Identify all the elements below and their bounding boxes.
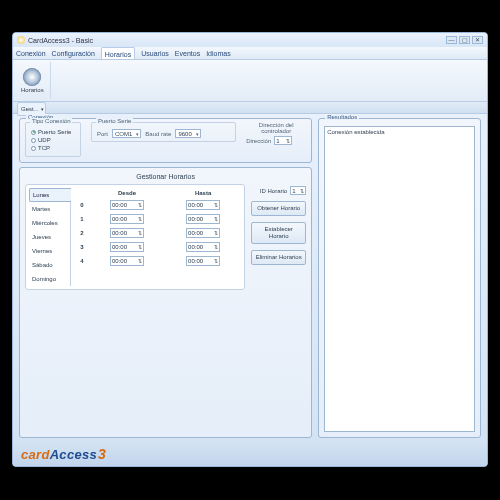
ribbon-horarios[interactable]: Horarios — [15, 62, 51, 99]
toolbar: Gest... — [13, 102, 487, 114]
controller-address: Dirección del controlador Dirección 1 — [246, 122, 306, 145]
minimize-button[interactable]: — — [446, 36, 457, 44]
day-sabado[interactable]: Sábado — [29, 258, 71, 272]
titlebar: CardAccess3 - Basic — ▢ ✕ — [13, 33, 487, 47]
id-input[interactable]: 1 — [290, 186, 306, 195]
to-4[interactable]: 00:00 — [186, 256, 220, 266]
port-label: Port — [97, 131, 108, 137]
time-row-1: 100:0000:00 — [75, 212, 241, 226]
to-3[interactable]: 00:00 — [186, 242, 220, 252]
menu-eventos[interactable]: Eventos — [175, 47, 200, 59]
content: Conexión Tipo Conexión Puerto Serie UDP … — [13, 114, 487, 442]
set-schedule-button[interactable]: Establecer Horario — [251, 222, 306, 244]
left-column: Conexión Tipo Conexión Puerto Serie UDP … — [19, 118, 312, 438]
port-combo[interactable]: COM1 — [112, 129, 141, 138]
radio-tcp[interactable]: TCP — [31, 145, 75, 151]
from-4[interactable]: 00:00 — [110, 256, 144, 266]
id-label: ID Horario — [260, 188, 287, 194]
menu-configuracion[interactable]: Configuración — [52, 47, 95, 59]
to-1[interactable]: 00:00 — [186, 214, 220, 224]
day-lunes[interactable]: Lunes — [29, 188, 71, 202]
app-icon — [17, 36, 25, 44]
controller-label: Dirección del controlador — [246, 122, 306, 134]
day-martes[interactable]: Martes — [29, 202, 71, 216]
time-row-2: 200:0000:00 — [75, 226, 241, 240]
time-row-4: 400:0000:00 — [75, 254, 241, 268]
time-grid: DesdeHasta 000:0000:00 100:0000:00 200:0… — [75, 188, 241, 286]
right-column: Resultados Conexión establecida — [318, 118, 481, 438]
get-schedule-button[interactable]: Obtener Horario — [251, 201, 306, 216]
brand-bar: cardAccess3 — [13, 442, 487, 466]
conn-type-label: Tipo Conexión — [30, 118, 72, 124]
from-1[interactable]: 00:00 — [110, 214, 144, 224]
time-row-0: 000:0000:00 — [75, 198, 241, 212]
app-window: CardAccess3 - Basic — ▢ ✕ Conexión Confi… — [12, 32, 488, 467]
day-jueves[interactable]: Jueves — [29, 230, 71, 244]
col-desde: Desde — [89, 190, 165, 196]
day-domingo[interactable]: Domingo — [29, 272, 71, 286]
clock-icon — [23, 68, 41, 86]
menu-idiomas[interactable]: Idiomas — [206, 47, 231, 59]
menu-horarios[interactable]: Horarios — [101, 47, 135, 59]
day-tabs: Lunes Martes Miércoles Jueves Viernes Sá… — [29, 188, 71, 286]
maximize-button[interactable]: ▢ — [459, 36, 470, 44]
serial-fieldset: Puerto Serie Port COM1 Baud rate 9600 — [91, 122, 236, 142]
baud-label: Baud rate — [145, 131, 171, 137]
radio-udp[interactable]: UDP — [31, 137, 75, 143]
menu-conexion[interactable]: Conexión — [16, 47, 46, 59]
window-title: CardAccess3 - Basic — [28, 37, 444, 44]
ribbon-label: Horarios — [21, 87, 44, 93]
to-0[interactable]: 00:00 — [186, 200, 220, 210]
results-label: Resultados — [325, 114, 359, 120]
day-miercoles[interactable]: Miércoles — [29, 216, 71, 230]
from-0[interactable]: 00:00 — [110, 200, 144, 210]
schedule-panel: Lunes Martes Miércoles Jueves Viernes Sá… — [25, 184, 245, 290]
connection-group: Conexión Tipo Conexión Puerto Serie UDP … — [19, 118, 312, 163]
ribbon: Horarios — [13, 60, 487, 102]
col-hasta: Hasta — [165, 190, 241, 196]
address-label: Dirección — [246, 138, 271, 144]
serial-label: Puerto Serie — [96, 118, 133, 124]
results-box: Conexión establecida — [324, 126, 475, 432]
address-input[interactable]: 1 — [274, 136, 292, 145]
schedules-title: Gestionar Horarios — [25, 171, 306, 184]
conn-type-fieldset: Tipo Conexión Puerto Serie UDP TCP — [25, 122, 81, 157]
menu-usuarios[interactable]: Usuarios — [141, 47, 169, 59]
time-row-3: 300:0000:00 — [75, 240, 241, 254]
results-group: Resultados Conexión establecida — [318, 118, 481, 438]
to-2[interactable]: 00:00 — [186, 228, 220, 238]
baud-combo[interactable]: 9600 — [175, 129, 201, 138]
schedules-group: Gestionar Horarios Lunes Martes Miércole… — [19, 167, 312, 438]
menubar: Conexión Configuración Horarios Usuarios… — [13, 47, 487, 60]
close-button[interactable]: ✕ — [472, 36, 483, 44]
schedule-buttons: ID Horario1 Obtener Horario Establecer H… — [251, 184, 306, 290]
from-3[interactable]: 00:00 — [110, 242, 144, 252]
radio-serial[interactable]: Puerto Serie — [31, 129, 75, 135]
day-viernes[interactable]: Viernes — [29, 244, 71, 258]
delete-schedules-button[interactable]: Eliminar Horarios — [251, 250, 306, 265]
from-2[interactable]: 00:00 — [110, 228, 144, 238]
